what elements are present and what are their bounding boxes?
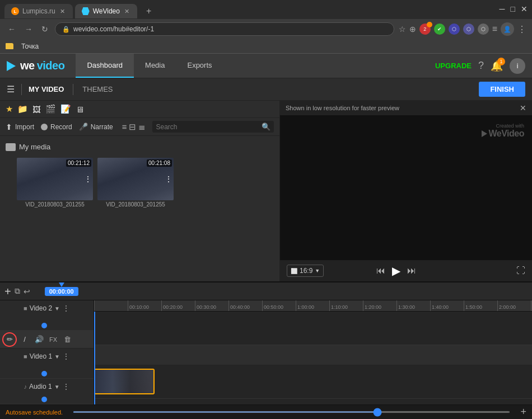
hamburger-menu-icon[interactable]: ☰ [7, 84, 15, 95]
media-thumb-2[interactable]: 00:21:08 ⋮ [97, 158, 174, 200]
skip-back-button[interactable]: ⏮ [376, 266, 385, 276]
back-button[interactable]: ← [6, 23, 18, 35]
upgrade-button[interactable]: UPGRADE [435, 62, 472, 70]
playhead-cursor[interactable] [94, 312, 95, 404]
media-icon-text[interactable]: 📝 [60, 104, 71, 114]
fullscreen-button[interactable]: ⛶ [516, 266, 525, 276]
aspect-ratio-chevron: ▼ [315, 268, 320, 274]
clip-tool-fx[interactable]: FX [47, 335, 59, 344]
clip-tool-cut[interactable]: / [18, 333, 31, 346]
import-icon: ⬆ [6, 123, 12, 131]
browser-icon-ext1[interactable]: ⊕ [409, 25, 416, 34]
video2-track[interactable] [94, 312, 532, 345]
clip-tool-edit[interactable]: ✏ [2, 332, 17, 347]
ruler-mark-0 [94, 300, 96, 311]
ruler-mark-8: 1:20:00 [363, 300, 381, 311]
lumpics-tab-close[interactable]: ✕ [59, 8, 66, 15]
browser-ext-icon-2[interactable]: ✔ [434, 23, 445, 35]
zoom-plus-button[interactable]: + [520, 406, 526, 418]
nav-tab-media[interactable]: Media [134, 54, 176, 78]
themes-button[interactable]: THEMES [82, 85, 113, 93]
maximize-button[interactable]: □ [511, 4, 515, 13]
search-button[interactable]: 🔍 [262, 123, 270, 131]
audio1-track-arrow[interactable]: ▼ [54, 384, 60, 390]
media-icon-screen[interactable]: 🖥 [76, 105, 84, 114]
project-title: MY VIDEO [29, 85, 64, 93]
search-input[interactable] [156, 123, 259, 131]
browser-ext-icon-1[interactable]: 2 [419, 23, 431, 35]
video1-options-icon[interactable]: ⋮ [84, 175, 92, 183]
wevideo-tab-close[interactable]: ✕ [123, 8, 130, 15]
browser-ext-icon-3[interactable]: ⬡ [449, 23, 460, 35]
video-clip-1[interactable] [94, 369, 155, 394]
browser-ext-icon-4[interactable]: ⬡ [463, 23, 474, 35]
autosave-status: Autosave scheduled. [6, 409, 63, 416]
track-label-video1: ■ Video 1 ▼ ⋮ [0, 349, 94, 379]
audio1-track-options[interactable]: ⋮ [62, 382, 70, 391]
video2-options-icon[interactable]: ⋮ [165, 175, 172, 183]
zoom-slider[interactable] [73, 411, 510, 413]
narrate-button[interactable]: 🎤 Narrate [79, 123, 113, 131]
forward-button[interactable]: → [22, 23, 35, 35]
video1-track-arrow[interactable]: ▼ [54, 354, 60, 360]
record-button[interactable]: Record [41, 123, 72, 131]
finish-button[interactable]: FINISH [479, 82, 525, 97]
track-label-audio1: ♪ Audio 1 ▼ ⋮ [0, 379, 94, 404]
media-icon-video[interactable]: 🎬 [45, 104, 56, 114]
browser-tab-wevideo[interactable]: WeVideo ✕ [75, 4, 137, 18]
timeline-duplicate-icon[interactable]: ⧉ [15, 286, 20, 296]
video2-track-options[interactable]: ⋮ [62, 304, 70, 313]
aspect-ratio-button[interactable]: ⬜ 16:9 ▼ [287, 265, 324, 277]
timeline-add-button[interactable]: + [4, 286, 11, 297]
watermark-play-icon [482, 130, 487, 137]
current-time-display: 00:00:00 [45, 287, 78, 296]
lumpics-favicon: L [11, 7, 19, 15]
new-tab-button[interactable]: + [142, 6, 156, 16]
timeline-undo-button[interactable]: ↩ [24, 287, 30, 296]
browser-ext-icon-5[interactable]: ⬡ [478, 23, 489, 35]
close-button[interactable]: ✕ [521, 4, 528, 13]
ruler-mark-6: 1:00:00 [296, 300, 314, 311]
skip-forward-button[interactable]: ⏭ [407, 266, 416, 276]
folder-label: My media [19, 143, 50, 151]
browser-profile-avatar[interactable]: 👤 [501, 22, 514, 36]
toolbar-separator-1 [21, 84, 22, 95]
media-icon-folder[interactable]: 📁 [17, 104, 28, 114]
preview-close-button[interactable]: ✕ [520, 103, 526, 112]
clip-tool-audio[interactable]: 🔊 [32, 333, 46, 346]
browser-menu-icon[interactable]: ≡ [492, 24, 497, 34]
video1-track-options[interactable]: ⋮ [62, 352, 70, 361]
watermark: Created with WeVideo [482, 123, 524, 139]
ruler-mark-2: 00:20:00 [161, 300, 183, 311]
nav-tab-exports[interactable]: Exports [176, 54, 223, 78]
play-button[interactable]: ▶ [392, 264, 400, 277]
clip-toolbar: ✏ / 🔊 FX 🗑 [0, 331, 94, 349]
minimize-button[interactable]: ─ [500, 4, 505, 13]
filter-icon-1[interactable]: ≡ [122, 122, 127, 132]
reload-button[interactable]: ↻ [39, 23, 50, 35]
browser-more-icon[interactable]: ⋮ [517, 24, 526, 35]
video2-track-arrow[interactable]: ▼ [54, 305, 60, 312]
clip-tool-delete[interactable]: 🗑 [60, 333, 74, 346]
media-icon-star[interactable]: ★ [6, 104, 13, 114]
media-thumb-1[interactable]: 00:21:12 ⋮ [17, 158, 93, 200]
nav-tab-dashboard[interactable]: Dashboard [76, 54, 134, 78]
browser-tab-lumpics[interactable]: L Lumpics.ru ✕ [4, 4, 73, 18]
my-media-folder[interactable]: My media [6, 140, 274, 153]
browser-icon-extensions[interactable]: ☆ [399, 25, 406, 34]
user-avatar[interactable]: i [510, 58, 525, 74]
bookmark-label[interactable]: Точка [18, 41, 42, 51]
help-button[interactable]: ? [478, 60, 484, 72]
media-icon-image[interactable]: 🖼 [32, 105, 41, 114]
filter-icon-2[interactable]: ⊟ [129, 122, 136, 132]
notifications-button[interactable]: 🔔 1 [491, 60, 503, 72]
video1-track[interactable] [94, 365, 532, 399]
bookmark-folder-icon [6, 43, 13, 49]
wevideo-logo: wevideo [7, 59, 64, 72]
aspect-ratio-icon: ⬜ [291, 268, 297, 274]
import-button[interactable]: ⬆ Import [6, 123, 34, 131]
ruler-mark-11: 1:50:00 [464, 300, 482, 311]
audio1-track[interactable] [94, 399, 532, 404]
lumpics-tab-label: Lumpics.ru [22, 7, 55, 15]
filter-icon-3[interactable]: ≣ [138, 122, 146, 132]
